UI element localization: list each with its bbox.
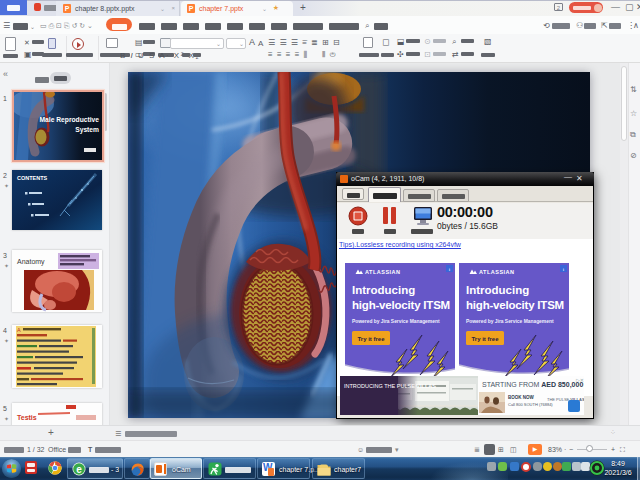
svg-text:ATLASSIAN: ATLASSIAN (479, 269, 515, 275)
svg-text:Call 800 SOUTH (76884): Call 800 SOUTH (76884) (508, 402, 553, 407)
svg-text:▷✕: ▷✕ (576, 377, 584, 383)
svg-text:INTRODUCING THE PULSE VILLAS: INTRODUCING THE PULSE VILLAS (344, 383, 436, 389)
svg-text:Powered by Jira Service Manage: Powered by Jira Service Management (466, 319, 554, 324)
svg-text:Introducing: Introducing (466, 284, 529, 296)
svg-text:System: System (75, 126, 99, 134)
svg-text:Powered by Jira Service Manage: Powered by Jira Service Management (352, 319, 440, 324)
svg-text:Testis: Testis (17, 414, 37, 421)
svg-text:high-velocity ITSM: high-velocity ITSM (466, 299, 564, 311)
svg-text:ATLASSIAN: ATLASSIAN (365, 269, 401, 275)
svg-text:STARTING FROM AED 850,000: STARTING FROM AED 850,000 (482, 381, 583, 389)
svg-text:CONTENTS: CONTENTS (17, 175, 48, 181)
svg-text:high-velocity ITSM: high-velocity ITSM (352, 299, 450, 311)
svg-text:A: A (17, 327, 21, 333)
svg-text:Male Reproductive: Male Reproductive (40, 116, 100, 124)
svg-text:Introducing: Introducing (352, 284, 415, 296)
svg-text:BOOK NOW: BOOK NOW (508, 395, 535, 400)
svg-text:Try it free: Try it free (357, 336, 385, 342)
svg-text:e: e (76, 464, 82, 475)
svg-text:Anatomy: Anatomy (17, 258, 45, 266)
svg-text:Try it free: Try it free (471, 336, 499, 342)
